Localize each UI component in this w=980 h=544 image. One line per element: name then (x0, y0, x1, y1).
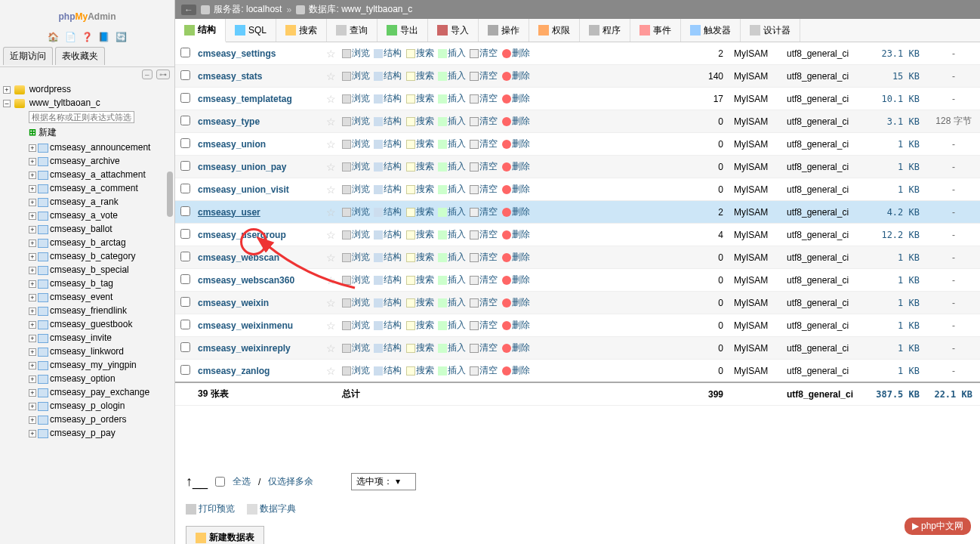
favorite-star-icon[interactable]: ☆ (326, 320, 336, 332)
logo[interactable]: phpMyAdmin (0, 0, 174, 29)
insert-action[interactable]: 插入 (438, 297, 466, 308)
expand-icon[interactable]: + (29, 199, 36, 206)
browse-action[interactable]: 浏览 (342, 252, 370, 262)
tab-import[interactable]: 导入 (428, 19, 479, 42)
home-icon[interactable]: 🏠 (48, 32, 59, 42)
drop-action[interactable]: 删除 (502, 252, 530, 262)
insert-action[interactable]: 插入 (438, 229, 466, 240)
search-action[interactable]: 搜索 (406, 138, 434, 149)
expand-icon[interactable]: + (29, 172, 36, 179)
tree-db-current[interactable]: – www_tyltbaoan_c (0, 96, 174, 110)
browse-action[interactable]: 浏览 (342, 274, 370, 285)
tree-table-item[interactable]: +cmseasy_option (0, 372, 174, 385)
insert-action[interactable]: 插入 (438, 206, 466, 217)
expand-icon[interactable]: + (29, 403, 36, 410)
search-action[interactable]: 搜索 (406, 206, 434, 217)
link-icon[interactable]: ⊶ (156, 70, 170, 79)
empty-action[interactable]: 清空 (470, 206, 498, 217)
empty-action[interactable]: 清空 (470, 138, 498, 149)
row-checkbox[interactable] (180, 365, 190, 375)
tab-operations[interactable]: 操作 (479, 19, 529, 42)
insert-action[interactable]: 插入 (438, 93, 466, 104)
table-name-link[interactable]: cmseasy_stats (198, 71, 262, 82)
search-action[interactable]: 搜索 (406, 70, 434, 81)
tab-designer[interactable]: 设计器 (741, 19, 800, 42)
search-action[interactable]: 搜索 (406, 48, 434, 58)
select-all-checkbox[interactable] (215, 477, 225, 487)
table-name-link[interactable]: cmseasy_union_pay (198, 162, 286, 172)
structure-action[interactable]: 结构 (374, 138, 402, 149)
insert-action[interactable]: 插入 (438, 48, 466, 58)
drop-action[interactable]: 删除 (502, 320, 530, 330)
browse-action[interactable]: 浏览 (342, 320, 370, 330)
structure-action[interactable]: 结构 (374, 365, 402, 376)
structure-action[interactable]: 结构 (374, 116, 402, 126)
empty-action[interactable]: 清空 (470, 252, 498, 262)
drop-action[interactable]: 删除 (502, 116, 530, 126)
favorite-star-icon[interactable]: ☆ (326, 116, 336, 128)
tree-table-item[interactable]: +cmseasy_a_attachment (0, 168, 174, 181)
tree-table-item[interactable]: +cmseasy_a_rank (0, 195, 174, 209)
expand-icon[interactable]: + (29, 335, 36, 342)
insert-action[interactable]: 插入 (438, 342, 466, 353)
insert-action[interactable]: 插入 (438, 116, 466, 126)
search-action[interactable]: 搜索 (406, 184, 434, 194)
print-preview-link[interactable]: 打印预览 (186, 502, 235, 515)
expand-icon[interactable]: + (29, 280, 36, 288)
expand-icon[interactable]: + (29, 376, 36, 383)
search-action[interactable]: 搜索 (406, 161, 434, 172)
structure-action[interactable]: 结构 (374, 274, 402, 285)
expand-icon[interactable]: + (29, 389, 36, 397)
favorite-star-icon[interactable]: ☆ (326, 365, 336, 377)
drop-action[interactable]: 删除 (502, 161, 530, 172)
collapse-all-icon[interactable]: – (142, 70, 153, 79)
browse-action[interactable]: 浏览 (342, 93, 370, 104)
expand-icon[interactable]: + (29, 212, 36, 220)
structure-action[interactable]: 结构 (374, 342, 402, 353)
browse-action[interactable]: 浏览 (342, 229, 370, 240)
expand-icon[interactable]: + (29, 226, 36, 233)
empty-action[interactable]: 清空 (470, 320, 498, 330)
tree-table-item[interactable]: +cmseasy_b_tag (0, 277, 174, 290)
row-checkbox[interactable] (180, 184, 190, 193)
docs-icon[interactable]: 📘 (98, 32, 109, 42)
row-checkbox[interactable] (180, 48, 190, 57)
scrollbar[interactable] (167, 172, 173, 217)
select-extra-link[interactable]: 仅选择多余 (268, 475, 313, 488)
expand-icon[interactable]: + (29, 185, 36, 193)
nav-back-icon[interactable]: ← (181, 5, 196, 15)
drop-action[interactable]: 删除 (502, 93, 530, 104)
insert-action[interactable]: 插入 (438, 252, 466, 262)
structure-action[interactable]: 结构 (374, 206, 402, 217)
expand-icon[interactable]: + (29, 348, 36, 356)
empty-action[interactable]: 清空 (470, 274, 498, 285)
tree-table-item[interactable]: +cmseasy_pay_exchange (0, 385, 174, 399)
expand-icon[interactable]: + (29, 267, 36, 274)
row-checkbox[interactable] (180, 70, 190, 80)
empty-action[interactable]: 清空 (470, 342, 498, 353)
tab-export[interactable]: 导出 (378, 19, 428, 42)
drop-action[interactable]: 删除 (502, 184, 530, 194)
search-action[interactable]: 搜索 (406, 297, 434, 308)
tree-db-wordpress[interactable]: + wordpress (0, 82, 174, 96)
drop-action[interactable]: 删除 (502, 365, 530, 376)
tree-table-item[interactable]: +cmseasy_a_comment (0, 181, 174, 195)
search-action[interactable]: 搜索 (406, 365, 434, 376)
browse-action[interactable]: 浏览 (342, 342, 370, 353)
insert-action[interactable]: 插入 (438, 274, 466, 285)
insert-action[interactable]: 插入 (438, 161, 466, 172)
row-checkbox[interactable] (180, 320, 190, 329)
empty-action[interactable]: 清空 (470, 161, 498, 172)
browse-action[interactable]: 浏览 (342, 116, 370, 126)
empty-action[interactable]: 清空 (470, 297, 498, 308)
structure-action[interactable]: 结构 (374, 297, 402, 308)
tab-recent[interactable]: 近期访问 (3, 47, 53, 65)
row-checkbox[interactable] (180, 274, 190, 284)
logout-icon[interactable]: 📄 (65, 32, 76, 42)
insert-action[interactable]: 插入 (438, 70, 466, 81)
row-checkbox[interactable] (180, 161, 190, 171)
table-name-link[interactable]: cmseasy_zanlog (198, 366, 270, 376)
expand-icon[interactable]: + (29, 294, 36, 301)
browse-action[interactable]: 浏览 (342, 206, 370, 217)
browse-action[interactable]: 浏览 (342, 70, 370, 81)
